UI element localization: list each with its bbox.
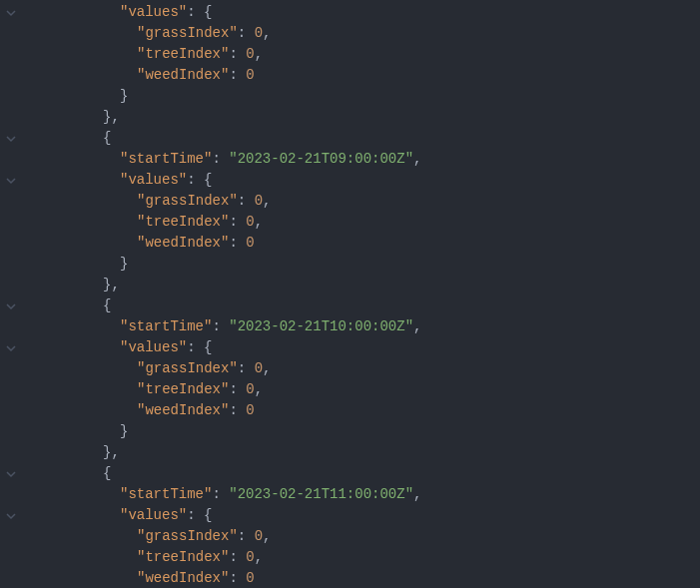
fold-chevron-icon[interactable] [0, 337, 22, 358]
prop-grassindex: "grassIndex": 0, [137, 191, 271, 212]
object-open: { [103, 295, 111, 316]
prop-starttime: "startTime": "2023-02-21T10:00:00Z", [120, 316, 421, 337]
prop-weedindex: "weedIndex": 0 [137, 400, 255, 421]
prop-treeindex: "treeIndex": 0, [137, 379, 263, 400]
prop-starttime: "startTime": "2023-02-21T11:00:00Z", [120, 484, 421, 505]
prop-values: "values": { [120, 2, 212, 23]
prop-values: "values": { [120, 170, 212, 191]
values-close: } [120, 421, 128, 442]
prop-values: "values": { [120, 337, 212, 358]
prop-treeindex: "treeIndex": 0, [137, 44, 263, 65]
fold-chevron-icon[interactable] [0, 463, 22, 484]
prop-treeindex: "treeIndex": 0, [137, 212, 263, 233]
prop-treeindex: "treeIndex": 0, [137, 547, 263, 568]
values-close: } [120, 86, 128, 107]
object-close: }, [103, 442, 120, 463]
prop-grassindex: "grassIndex": 0, [137, 358, 271, 379]
prop-weedindex: "weedIndex": 0 [137, 233, 255, 254]
prop-grassindex: "grassIndex": 0, [137, 23, 271, 44]
fold-chevron-icon[interactable] [0, 505, 22, 526]
prop-weedindex: "weedIndex": 0 [137, 568, 255, 588]
prop-grassindex: "grassIndex": 0, [137, 526, 271, 547]
object-close: }, [103, 275, 120, 295]
object-open: { [103, 128, 111, 149]
object-close: }, [103, 107, 120, 128]
prop-starttime: "startTime": "2023-02-21T09:00:00Z", [120, 149, 421, 170]
prop-values: "values": { [120, 505, 212, 526]
values-close: } [120, 254, 128, 275]
prop-weedindex: "weedIndex": 0 [137, 65, 255, 86]
object-open: { [103, 463, 111, 484]
json-editor: "values": {"grassIndex": 0,"treeIndex": … [0, 0, 700, 588]
fold-chevron-icon[interactable] [0, 295, 22, 316]
fold-chevron-icon[interactable] [0, 128, 22, 149]
fold-chevron-icon[interactable] [0, 2, 22, 23]
fold-chevron-icon[interactable] [0, 170, 22, 191]
